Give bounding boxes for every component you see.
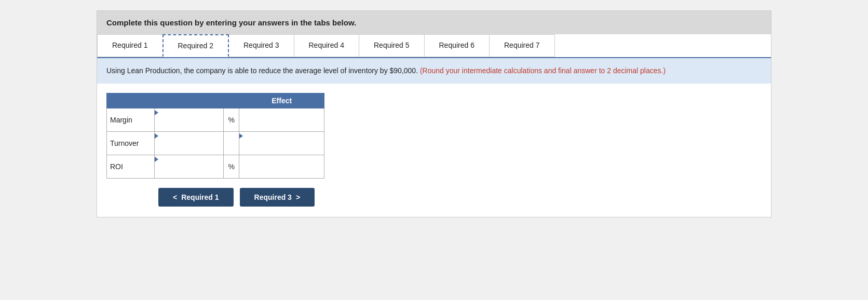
tab-required-1[interactable]: Required 1	[97, 34, 163, 57]
roi-effect-input[interactable]	[239, 159, 324, 174]
turnover-effect-arrow-icon	[239, 133, 243, 139]
prev-button[interactable]: < Required 1	[158, 188, 234, 207]
tab-required-2[interactable]: Required 2	[162, 34, 229, 57]
row-label-margin: Margin	[107, 108, 155, 132]
table-row: Margin %	[107, 108, 324, 132]
question-text-normal: Using Lean Production, the company is ab…	[106, 66, 418, 75]
turnover-input-cell	[154, 132, 223, 155]
next-button-label: Required 3	[254, 193, 292, 201]
nav-buttons: < Required 1 Required 3 >	[158, 188, 762, 207]
row-label-roi: ROI	[107, 155, 155, 179]
margin-unit-cell: %	[223, 108, 239, 132]
tabs-row: Required 1 Required 2 Required 3 Require…	[97, 34, 771, 58]
turnover-effect-input[interactable]	[239, 140, 324, 155]
margin-value-input[interactable]	[155, 117, 223, 131]
tab-required-7[interactable]: Required 7	[489, 34, 555, 57]
col-header-empty1	[107, 93, 155, 108]
margin-input-cell	[154, 108, 223, 132]
main-container: Complete this question by entering your …	[97, 10, 771, 217]
prev-button-label: Required 1	[181, 193, 219, 201]
tab-required-5[interactable]: Required 5	[359, 34, 425, 57]
next-chevron-icon: >	[296, 193, 300, 201]
instruction-header: Complete this question by entering your …	[97, 11, 771, 34]
tab-required-6[interactable]: Required 6	[424, 34, 490, 57]
roi-value-input[interactable]	[155, 163, 223, 178]
col-header-empty2	[154, 93, 223, 108]
next-button[interactable]: Required 3 >	[240, 188, 315, 207]
turnover-unit-cell	[223, 132, 239, 155]
tab-required-4[interactable]: Required 4	[294, 34, 360, 57]
col-header-unit	[223, 93, 239, 108]
question-text-red: (Round your intermediate calculations an…	[420, 66, 666, 75]
turnover-effect-cell	[239, 132, 324, 155]
turnover-arrow-icon	[155, 133, 158, 139]
margin-effect-input[interactable]	[239, 113, 324, 127]
margin-effect-cell	[239, 108, 324, 132]
turnover-value-input[interactable]	[155, 140, 223, 155]
roi-input-cell	[154, 155, 223, 179]
tab-required-3[interactable]: Required 3	[228, 34, 294, 57]
table-row: ROI %	[107, 155, 324, 179]
margin-arrow-icon	[155, 110, 158, 115]
table-row: Turnover	[107, 132, 324, 155]
col-header-effect: Effect	[239, 93, 324, 108]
roi-unit-cell: %	[223, 155, 239, 179]
roi-effect-cell	[239, 155, 324, 179]
roi-arrow-icon	[155, 157, 158, 162]
question-area: Using Lean Production, the company is ab…	[97, 58, 771, 84]
data-table: Effect Margin %	[106, 93, 324, 179]
table-area: Effect Margin %	[97, 84, 771, 217]
prev-chevron-icon: <	[173, 193, 177, 201]
row-label-turnover: Turnover	[107, 132, 155, 155]
instruction-text: Complete this question by entering your …	[106, 18, 356, 27]
